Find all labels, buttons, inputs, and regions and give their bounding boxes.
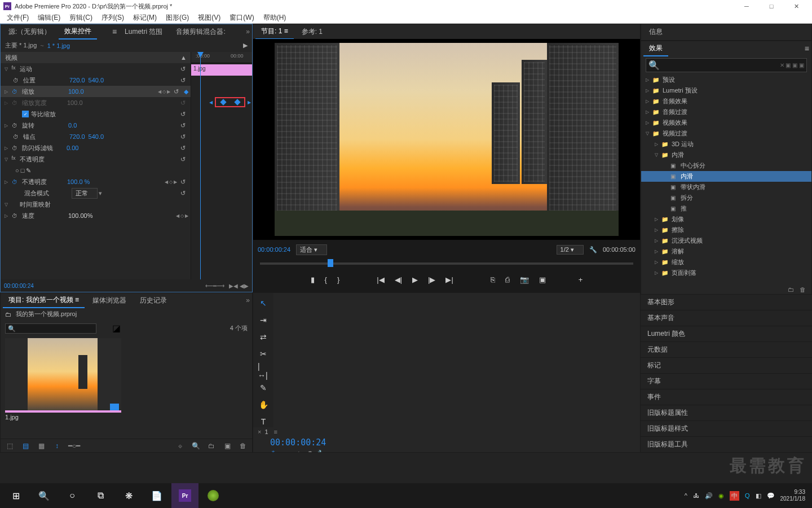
menu-file[interactable]: 文件(F): [2, 13, 33, 23]
tab-markers[interactable]: 标记: [641, 358, 812, 374]
program-timecode-left[interactable]: 00:00:00:24: [258, 246, 290, 253]
stopwatch-icon[interactable]: ⏱: [13, 77, 21, 84]
uniform-scale-row[interactable]: ✓ 等比缩放 ↺: [1, 108, 191, 120]
effects-tree[interactable]: ▷📁预设 ▷📁Lumetri 预设 ▷📁音频效果 ▷📁音频过渡 ▷📁视频效果 ▽…: [641, 75, 811, 285]
insert-icon[interactable]: ⊳: [298, 450, 303, 453]
reset-icon[interactable]: ↺: [180, 77, 188, 84]
reset-icon[interactable]: ↺: [174, 88, 182, 95]
menu-view[interactable]: 视图(V): [193, 13, 225, 23]
step-back-icon[interactable]: ◀|: [395, 275, 402, 284]
ec-clip-name[interactable]: 1 * 1.jpg: [47, 42, 70, 49]
tab-effects[interactable]: 效果: [643, 41, 668, 56]
notepad-icon[interactable]: 📄: [143, 483, 170, 508]
ripple-tool-icon[interactable]: ⇄: [258, 331, 269, 343]
tab-project[interactable]: 项目: 我的第一个视频 ≡: [3, 293, 85, 308]
qq-icon[interactable]: Q: [745, 492, 750, 499]
search-button[interactable]: 🔍: [30, 483, 58, 508]
tab-legacy-title-props[interactable]: 旧版标题属性: [641, 405, 812, 421]
menu-help[interactable]: 帮助(H): [259, 13, 291, 23]
mask-tools[interactable]: ○ □ ✎: [1, 165, 191, 176]
timeline-timecode[interactable]: 00:00:00:24: [270, 437, 326, 448]
tab-lumetri-color[interactable]: Lumetri 颜色: [641, 326, 812, 342]
settings-icon[interactable]: ⚙: [307, 450, 313, 453]
tab-audio-mixer[interactable]: 音频剪辑混合器:: [170, 25, 231, 39]
volume-icon[interactable]: 🔊: [705, 492, 713, 500]
close-button[interactable]: ✕: [784, 0, 809, 12]
keyframe-diamond-icon[interactable]: [234, 99, 240, 105]
effects-search[interactable]: 🔍 ✕ ▣ ▣ ▣: [646, 58, 807, 72]
program-scrubber[interactable]: [258, 258, 636, 270]
menu-edit[interactable]: 编辑(E): [33, 13, 65, 23]
app-icon[interactable]: [200, 483, 227, 508]
keyframe-nav[interactable]: ◀ ◇ ▶: [165, 179, 177, 185]
wrench-icon[interactable]: 🔧: [589, 246, 597, 253]
stopwatch-icon[interactable]: ⏱: [12, 89, 20, 95]
snap-icon[interactable]: ⁂: [270, 450, 276, 453]
tab-history[interactable]: 历史记录: [134, 294, 173, 308]
minimize-button[interactable]: ─: [734, 0, 759, 12]
razor-tool-icon[interactable]: ✂: [258, 348, 269, 360]
motion-section[interactable]: ▽fx 运动 ↺: [1, 63, 191, 75]
menu-sequence[interactable]: 序列(S): [97, 13, 129, 23]
find-icon[interactable]: 🔍: [191, 442, 200, 450]
menu-clip[interactable]: 剪辑(C): [65, 13, 97, 23]
panel-overflow-icon[interactable]: »: [246, 296, 250, 304]
tab-source[interactable]: 源:（无剪辑）: [3, 25, 56, 39]
scrubber-thumb[interactable]: [328, 259, 333, 267]
prop-flicker[interactable]: ▷ ⏱ 防闪烁滤镜 0.00 ↺: [1, 142, 191, 154]
track-select-tool-icon[interactable]: ⇥: [258, 314, 269, 326]
prop-scale[interactable]: ▷ ⏱ 缩放 100.0 ◀ ◇ ▶ ↺ ◆: [1, 86, 191, 97]
prop-speed[interactable]: ▷ ⏱ 速度 100.00% ◀ ◇ ▶: [1, 210, 191, 221]
start-button[interactable]: ⊞: [2, 483, 29, 508]
play-icon[interactable]: ▶: [412, 275, 418, 284]
prop-blend-mode[interactable]: 混合模式 正常 ▾ ↺: [1, 187, 191, 199]
task-view-button[interactable]: ⧉: [87, 483, 114, 508]
blend-mode-select[interactable]: 正常: [72, 188, 98, 199]
type-tool-icon[interactable]: T: [258, 416, 269, 427]
icon-view-icon[interactable]: ▤: [21, 442, 30, 450]
trash-icon[interactable]: 🗑: [239, 442, 248, 450]
effects-search-input[interactable]: [660, 62, 780, 69]
prop-rotation[interactable]: ▷ ⏱ 旋转 0.0 ↺: [1, 120, 191, 131]
premiere-taskbar-icon[interactable]: Pr: [171, 483, 198, 508]
keyframe-nav[interactable]: ◀ ◇ ▶: [158, 89, 170, 94]
new-bin-icon[interactable]: 🗀: [788, 286, 794, 293]
prop-opacity[interactable]: ▷ ⏱ 不透明度 100.0 % ◀ ◇ ▶ ↺: [1, 176, 191, 187]
notify-icon[interactable]: ◧: [756, 492, 761, 500]
tab-events[interactable]: 事件: [641, 389, 812, 405]
panel-menu-icon[interactable]: ≡: [805, 44, 809, 53]
tab-program[interactable]: 节目: 1 ≡: [255, 24, 294, 40]
slip-tool-icon[interactable]: |↔|: [258, 365, 269, 376]
scale-keyframes-highlight[interactable]: [215, 97, 245, 107]
prop-position[interactable]: ⏱ 位置 720.0 540.0 ↺: [1, 75, 191, 86]
cortana-button[interactable]: ○: [59, 483, 86, 508]
nvidia-icon[interactable]: ◉: [718, 492, 724, 500]
new-item-icon[interactable]: ▣: [223, 442, 232, 450]
tab-essential-graphics[interactable]: 基本图形: [641, 295, 812, 310]
app-icon[interactable]: ❋: [115, 483, 142, 508]
go-to-in-icon[interactable]: |◀: [377, 275, 384, 284]
network-icon[interactable]: 🖧: [693, 492, 699, 499]
sequence-name[interactable]: 1: [264, 428, 268, 435]
tab-effect-controls[interactable]: 效果控件: [59, 24, 97, 40]
ec-timeline[interactable]: :00:00 00:00 1.jpg: [191, 52, 252, 279]
step-forward-icon[interactable]: |▶: [428, 275, 435, 284]
lift-icon[interactable]: ⎘: [491, 275, 495, 284]
ime-icon[interactable]: 中: [730, 491, 739, 501]
res-select[interactable]: 1/2 ▾: [557, 245, 584, 255]
filter-icon[interactable]: ◪: [112, 323, 121, 334]
selection-tool-icon[interactable]: ↖: [258, 297, 269, 309]
project-thumbnail[interactable]: 1.jpg: [5, 338, 121, 422]
opacity-section[interactable]: ▽fx 不透明度 ↺: [1, 154, 191, 165]
list-view-icon[interactable]: ⬚: [5, 442, 14, 450]
wrench-icon[interactable]: 🔧: [317, 450, 325, 453]
mark-in-icon[interactable]: ▮: [311, 275, 315, 284]
sort-icon[interactable]: ↕: [52, 442, 61, 450]
hand-tool-icon[interactable]: ✋: [258, 399, 269, 410]
panel-overflow-icon[interactable]: »: [246, 28, 250, 36]
go-to-out-icon[interactable]: ▶|: [445, 275, 453, 284]
menu-graphics[interactable]: 图形(G): [161, 13, 193, 23]
project-search-input[interactable]: [5, 323, 96, 334]
comparison-icon[interactable]: ▣: [539, 275, 546, 284]
out-point-icon[interactable]: }: [337, 275, 339, 284]
